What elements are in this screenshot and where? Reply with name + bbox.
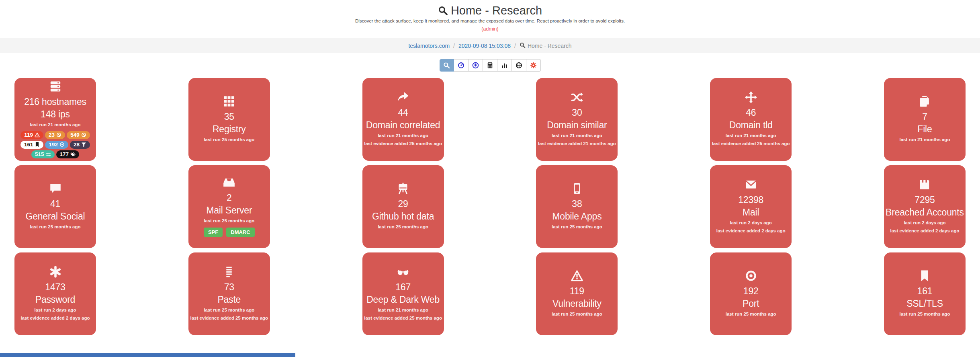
card-meta: last evidence added 25 months ago	[364, 140, 442, 148]
card-label: Domain correlated	[366, 119, 440, 131]
card-meta: last run 21 months ago	[30, 121, 81, 129]
card-mail-server[interactable]: 2Mail Serverlast run 25 months agoSPFDMA…	[188, 165, 270, 248]
breadcrumb-timestamp-link[interactable]: 2020-09-08 15:03:08	[458, 43, 511, 49]
asterisk-icon	[49, 266, 61, 279]
mobile-icon	[571, 183, 583, 195]
pill-dmarc[interactable]: DMARC	[226, 228, 254, 237]
ban-icon	[56, 132, 61, 137]
card-ssl-tls[interactable]: 161SSL/TLSlast run 25 months ago	[884, 252, 966, 335]
easel-icon	[397, 183, 409, 196]
calculator-icon	[487, 62, 493, 69]
card-general-social[interactable]: 41General Sociallast run 25 months ago	[14, 165, 96, 248]
bullseye-icon	[745, 270, 757, 282]
toolbar-button-settings[interactable]	[526, 59, 541, 72]
glasses-icon	[397, 266, 409, 279]
warning-icon	[571, 270, 583, 283]
card-vulnerability[interactable]: 119Vulnerabilitylast run 25 months ago	[536, 252, 618, 335]
card-count: 192	[743, 285, 759, 298]
comment-icon	[49, 183, 61, 195]
ban-icon	[81, 132, 86, 137]
card-label: Deep & Dark Web	[366, 293, 440, 306]
card-file[interactable]: 7Filelast run 21 months ago	[884, 78, 966, 161]
circle-dot-icon	[59, 142, 65, 147]
inbox-icon	[223, 176, 235, 190]
card-label: Password	[35, 293, 75, 306]
badge-value: 549	[70, 132, 80, 138]
search-icon	[443, 62, 450, 69]
stat-badge[interactable]: 119	[20, 131, 43, 139]
card-meta: last run 25 months ago	[30, 224, 81, 231]
card-count: 29	[398, 198, 408, 210]
breadcrumb-current-label: Home - Research	[528, 43, 572, 49]
card-count: 46	[746, 107, 756, 119]
card-domain-tld[interactable]: 46Domain tldlast run 21 months agolast e…	[710, 78, 792, 161]
toolbar-button-search[interactable]	[440, 59, 454, 72]
view-toolbar	[0, 59, 980, 72]
card-deep-dark-web[interactable]: 167Deep & Dark Weblast run 21 months ago…	[362, 252, 444, 335]
asterisk-icon	[49, 266, 61, 278]
card-password[interactable]: 1473Passwordlast run 2 days agolast evid…	[14, 252, 96, 335]
card-breached-accounts[interactable]: 7295Breached Accountslast run 2 days ago…	[884, 165, 966, 248]
card-label: Port	[743, 298, 759, 310]
tags-icon	[70, 152, 76, 157]
card-meta: last run 21 months ago	[900, 136, 950, 144]
card-count: 2	[227, 192, 232, 204]
stat-badge[interactable]: 192	[45, 141, 68, 149]
toolbar-button-chart[interactable]	[497, 59, 512, 72]
card-count: 73	[224, 281, 234, 293]
bottom-progress-bar	[0, 353, 295, 357]
stat-badge[interactable]: 161	[20, 141, 44, 149]
toolbar-button-calculator[interactable]	[483, 59, 497, 72]
card-paste[interactable]: 73Pastelast run 25 months agolast eviden…	[188, 252, 270, 335]
card-pills: SPFDMARC	[204, 228, 255, 237]
stat-badge[interactable]: 28	[70, 141, 90, 149]
card-domain-correlated[interactable]: 44Domain correlatedlast run 21 months ag…	[362, 78, 444, 161]
card-hostnames[interactable]: 216 hostnames148 ipslast run 21 months a…	[14, 78, 96, 161]
th-grid-icon	[223, 95, 235, 109]
stat-badge[interactable]: 549	[67, 131, 90, 139]
card-meta: last evidence added 25 months ago	[364, 315, 442, 322]
stat-badge[interactable]: 515	[31, 150, 55, 158]
admin-link[interactable]: (admin)	[481, 26, 498, 32]
badge-value: 177	[60, 151, 69, 158]
card-meta: last evidence added 2 days ago	[716, 228, 786, 235]
glasses-icon	[397, 266, 409, 278]
comment-icon	[49, 183, 61, 196]
card-github-hot-data[interactable]: 29Github hot datalast run 25 months ago	[362, 165, 444, 248]
card-domain-similar[interactable]: 30Domain similarlast run 21 months agola…	[536, 78, 618, 161]
globe-icon	[516, 62, 522, 69]
card-meta: last evidence added 21 months ago	[538, 140, 616, 148]
card-port[interactable]: 192Portlast run 25 months ago	[710, 252, 792, 335]
shuffle-icon	[571, 91, 583, 103]
breadcrumb-domain-link[interactable]: teslamotors.com	[408, 43, 450, 49]
card-mail[interactable]: 12398Maillast run 2 days agolast evidenc…	[710, 165, 792, 248]
card-meta: last run 25 months ago	[204, 307, 254, 314]
breadcrumb-current: Home - Research	[520, 42, 572, 49]
filter-icon	[81, 142, 86, 147]
card-meta: last run 2 days ago	[730, 220, 772, 227]
card-count: 38	[572, 198, 582, 210]
paste-lines-icon	[223, 266, 235, 279]
card-title-line: 216 hostnames	[24, 96, 86, 108]
card-mobile-apps[interactable]: 38Mobile Appslast run 25 months ago	[536, 165, 618, 248]
breadcrumb-separator: /	[453, 43, 455, 49]
stat-badge[interactable]: 177	[56, 150, 80, 158]
card-label: Domain similar	[547, 119, 607, 131]
card-meta: last run 2 days ago	[34, 307, 76, 314]
card-registry[interactable]: 35Registrylast run 25 months ago	[188, 78, 270, 161]
download-circle-icon	[472, 62, 479, 69]
search-icon	[438, 6, 448, 16]
arrows-move-icon	[745, 91, 757, 105]
toolbar-button-dashboard[interactable]	[454, 59, 469, 72]
gear-icon	[530, 62, 537, 69]
toolbar-button-globe[interactable]	[512, 59, 526, 72]
card-count: 1473	[45, 281, 65, 293]
stat-badge[interactable]: 23	[45, 131, 65, 139]
card-meta: last run 25 months ago	[204, 136, 254, 144]
pill-spf[interactable]: SPF	[204, 228, 223, 237]
bookmark-icon	[35, 142, 40, 147]
card-label: File	[917, 123, 932, 135]
card-label: Paste	[217, 293, 241, 306]
card-label: Domain tld	[729, 119, 773, 131]
toolbar-button-download[interactable]	[469, 59, 483, 72]
